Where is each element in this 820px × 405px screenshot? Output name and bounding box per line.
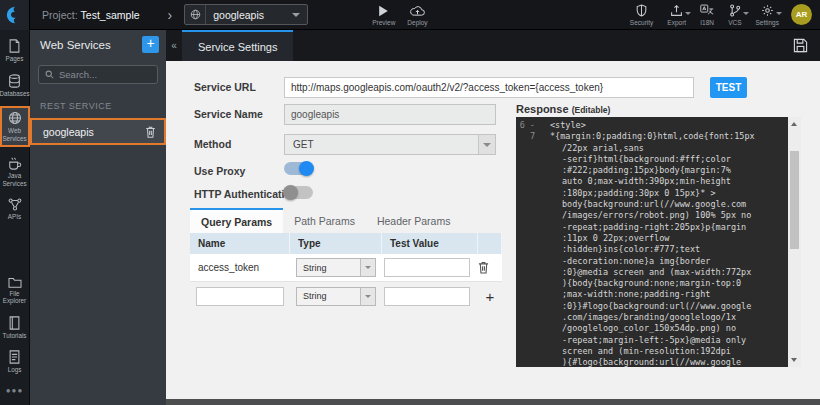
folder-icon	[8, 276, 22, 288]
sidebar-item-file-explorer[interactable]: File Explorer	[0, 274, 30, 307]
save-floppy-icon	[793, 38, 808, 53]
page-icon	[8, 39, 21, 53]
scrollbar-thumb[interactable]	[790, 151, 799, 249]
column-header-type: Type	[290, 233, 382, 254]
shield-icon	[636, 3, 647, 17]
chevron-down-icon	[478, 135, 495, 154]
vcs-button[interactable]: VCS	[728, 3, 741, 26]
scroll-up-arrow-icon[interactable]	[791, 122, 797, 126]
response-code-editor[interactable]: 6 -<style>7*{margin:0;padding:0}html,cod…	[516, 117, 788, 367]
branch-icon	[729, 3, 741, 17]
chevron-down-icon	[360, 259, 375, 276]
bottom-strip	[166, 399, 820, 405]
method-label: Method	[194, 138, 231, 150]
table-row: access_token String	[190, 254, 502, 282]
chevron-down-icon	[360, 288, 375, 305]
chevron-down-icon	[685, 12, 691, 15]
table-new-row: String +	[190, 282, 502, 310]
chevron-down-icon	[292, 13, 300, 17]
globe-icon	[185, 5, 206, 24]
query-params-table: Name Type Test Value access_token String	[190, 233, 502, 310]
cloud-upload-icon	[410, 3, 425, 17]
scroll-down-arrow-icon[interactable]	[791, 358, 797, 362]
response-editable-note: (Editable)	[572, 105, 611, 115]
service-selector-dropdown[interactable]: googleapis	[184, 4, 308, 25]
editor-scrollbar[interactable]	[788, 117, 801, 367]
document-lines-icon	[8, 350, 21, 364]
play-icon	[378, 3, 389, 17]
translate-icon	[700, 3, 714, 17]
preview-button[interactable]: Preview	[372, 3, 395, 26]
left-icon-rail: Pages Databases Web Services Java Servic…	[0, 30, 30, 405]
panel-title: Web Services	[40, 39, 142, 51]
tab-query-params[interactable]: Query Params	[190, 208, 283, 233]
coffee-cup-icon	[8, 156, 22, 170]
sidebar-item-databases[interactable]: Databases	[0, 72, 30, 100]
wavemaker-logo-icon	[5, 5, 25, 25]
trash-icon[interactable]	[145, 126, 156, 138]
globe-icon	[8, 111, 22, 125]
http-authentication-toggle[interactable]	[284, 186, 313, 199]
new-param-test-value-input[interactable]	[384, 287, 470, 306]
response-label: Response (Editable)	[516, 103, 610, 115]
settings-button[interactable]: Settings	[756, 3, 780, 26]
deploy-button[interactable]: Deploy	[407, 3, 427, 26]
sidebar-item-pages[interactable]: Pages	[0, 37, 30, 65]
project-label: Project:	[42, 9, 78, 21]
service-list-item-googleapis[interactable]: googleapis	[30, 118, 166, 145]
service-selector-value: googleapis	[206, 9, 292, 21]
method-select[interactable]: GET	[284, 134, 496, 155]
chevron-down-icon	[743, 12, 749, 15]
i18n-button[interactable]: I18N	[700, 3, 714, 26]
user-avatar[interactable]: AR	[791, 4, 812, 25]
service-search[interactable]	[38, 65, 158, 84]
export-icon	[670, 3, 683, 17]
collapse-panel-button[interactable]: «	[166, 30, 182, 61]
tab-bar: « Service Settings	[166, 30, 820, 61]
sidebar-item-tutorials[interactable]: Tutorials	[0, 314, 30, 342]
gear-icon	[761, 3, 774, 17]
app-logo[interactable]	[0, 0, 30, 30]
save-button[interactable]	[793, 38, 808, 53]
book-icon	[8, 316, 21, 330]
use-proxy-label: Use Proxy	[194, 165, 245, 177]
export-button[interactable]: Export	[667, 3, 686, 26]
nodes-icon	[8, 198, 22, 211]
add-param-button[interactable]: +	[486, 288, 495, 305]
column-header-name: Name	[190, 233, 290, 254]
tab-service-settings[interactable]: Service Settings	[182, 30, 293, 61]
search-input[interactable]	[59, 69, 151, 80]
method-value: GET	[293, 139, 314, 150]
service-name-input	[284, 104, 496, 125]
sidebar-item-apis[interactable]: APIs	[0, 196, 30, 223]
service-name-label: Service Name	[194, 108, 263, 120]
security-button[interactable]: Export Security	[630, 3, 653, 26]
sidebar-item-java-services[interactable]: Java Services	[0, 154, 30, 189]
column-header-test-value: Test Value	[382, 233, 478, 254]
main-area: « Service Settings Service URL TEST Serv…	[166, 30, 820, 405]
panel-header: Web Services +	[30, 30, 166, 59]
table-header-row: Name Type Test Value	[190, 233, 502, 254]
breadcrumb-chevron-icon: ›	[168, 8, 173, 22]
add-service-button[interactable]: +	[142, 36, 159, 53]
param-type-select[interactable]: String	[296, 258, 376, 277]
new-param-type-select[interactable]: String	[296, 287, 376, 306]
database-icon	[8, 74, 21, 88]
use-proxy-toggle[interactable]	[284, 162, 313, 175]
delete-param-trash-icon[interactable]	[478, 261, 489, 274]
service-url-input[interactable]	[284, 77, 694, 98]
more-options-icon[interactable]: ●●●	[6, 386, 24, 395]
run-actions: Preview Deploy	[372, 3, 427, 26]
new-param-name-input[interactable]	[196, 287, 284, 306]
sidebar-item-logs[interactable]: Logs	[0, 348, 30, 376]
param-test-value-input[interactable]	[384, 258, 470, 277]
param-name: access_token	[190, 262, 290, 273]
params-tabs: Query Params Path Params Header Params	[190, 208, 461, 233]
top-bar: Project:Test_sample › googleapis Preview…	[0, 0, 820, 30]
project-name: Test_sample	[81, 9, 140, 21]
topbar-tools: Export Security Export I18N	[630, 3, 779, 26]
tab-path-params[interactable]: Path Params	[283, 208, 366, 233]
tab-header-params[interactable]: Header Params	[366, 208, 462, 233]
test-button[interactable]: TEST	[710, 77, 747, 98]
sidebar-item-web-services[interactable]: Web Services	[0, 106, 30, 147]
